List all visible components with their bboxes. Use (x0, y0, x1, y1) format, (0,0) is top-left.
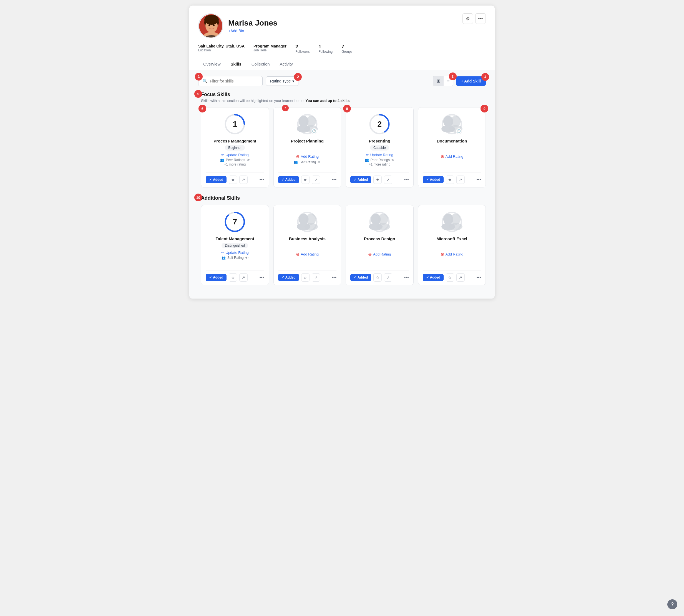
star-button[interactable]: ★ (373, 176, 382, 184)
star-icon: ★ (376, 177, 380, 182)
search-input[interactable] (210, 79, 258, 83)
grid-view-button[interactable]: ⊞ (433, 76, 443, 86)
add-rating-link[interactable]: ⊕ Add Rating (440, 251, 463, 257)
more-button[interactable]: ••• (475, 13, 486, 24)
update-rating-link[interactable]: ✏ Update Rating (221, 250, 249, 255)
followers-meta[interactable]: 2 Followers (295, 44, 310, 53)
share-button[interactable]: ↗ (384, 273, 392, 282)
share-button[interactable]: ↗ (312, 273, 320, 282)
added-button[interactable]: ✓ Added (278, 274, 299, 281)
share-button[interactable]: ↗ (239, 273, 248, 282)
svg-point-38 (449, 223, 462, 230)
star-button[interactable]: ★ (229, 176, 237, 184)
added-button[interactable]: ✓ Added (423, 274, 443, 281)
skill-card-process-design: Process Design ⊕ Add Rating ✓ Added ☆ ↗ … (346, 205, 414, 285)
help-button[interactable]: ? (667, 599, 677, 609)
added-button[interactable]: ✓ Added (423, 176, 443, 183)
following-meta[interactable]: 1 Following (318, 44, 333, 53)
share-button[interactable]: ↗ (456, 273, 465, 282)
update-rating-link[interactable]: ✏ Update Rating (221, 153, 249, 157)
star-icon: ☆ (231, 275, 235, 280)
more-ratings: +1 more rating (369, 162, 390, 167)
skill-card-process-management: 6 1 Process Management Beginner ✏ Update… (201, 107, 269, 188)
update-rating-link[interactable]: ✏ Update Rating (366, 153, 393, 157)
job-role-meta: Program Manager Job Role (253, 44, 287, 52)
badge-7: 7 (282, 105, 289, 111)
skill-circle-pd (368, 211, 391, 233)
skill-circle-me (441, 211, 463, 233)
badge-8: 8 (343, 105, 351, 112)
skill-card-microsoft-excel: Microsoft Excel ⊕ Add Rating ✓ Added ☆ ↗… (418, 205, 486, 285)
self-rating-row: 👥 Self Rating 👁 (294, 160, 321, 164)
gear-icon: ⚙ (466, 16, 470, 21)
added-button[interactable]: ✓ Added (350, 176, 371, 183)
search-box[interactable]: 🔍 (198, 76, 263, 86)
skill-card-talent-management: 7 Talent Management Distinguished ✏ Upda… (201, 205, 269, 285)
rating-type-button[interactable]: Rating Type ▾ (266, 76, 298, 86)
self-rating-row: 👥 Self Rating 👁 (222, 256, 248, 260)
peer-ratings-row: 👥 Peer Ratings 👁 (365, 158, 394, 162)
svg-point-4 (213, 24, 214, 26)
star-button[interactable]: ☆ (301, 273, 310, 282)
star-button[interactable]: ☆ (373, 273, 382, 282)
star-button[interactable]: ★ (446, 176, 454, 184)
more-options-button[interactable]: ••• (404, 177, 409, 182)
no-rating-icon (368, 210, 391, 234)
skill-name: Business Analysis (289, 236, 326, 241)
badge-2: 2 (294, 73, 302, 81)
skill-card-business-analysis: Business Analysis ⊕ Add Rating ✓ Added ☆… (273, 205, 341, 285)
list-icon: ≡ (447, 79, 450, 83)
add-rating-link[interactable]: ⊕ Add Rating (296, 251, 319, 257)
tab-collection[interactable]: Collection (247, 58, 275, 70)
more-ratings: +1 more rating (224, 162, 246, 167)
more-options-button[interactable]: ••• (476, 275, 481, 280)
skill-circle-1: 1 (224, 113, 246, 135)
tab-activity[interactable]: Activity (275, 58, 298, 70)
skill-name: Talent Management (216, 236, 254, 241)
more-options-button[interactable]: ••• (259, 275, 264, 280)
share-button[interactable]: ↗ (456, 176, 465, 184)
share-icon: ↗ (386, 177, 390, 182)
added-button[interactable]: ✓ Added (278, 176, 299, 183)
added-button[interactable]: ✓ Added (206, 274, 227, 281)
tab-skills[interactable]: Skills (226, 58, 247, 70)
question-icon: ? (671, 601, 674, 608)
more-options-button[interactable]: ••• (259, 177, 264, 182)
added-button[interactable]: ✓ Added (350, 274, 371, 281)
tab-overview[interactable]: Overview (198, 58, 226, 70)
add-rating-link[interactable]: ⊕ Add Rating (368, 251, 391, 257)
added-button[interactable]: ✓ Added (206, 176, 227, 183)
view-toggle-wrapper: 3 ⊞ ≡ (433, 76, 453, 86)
share-button[interactable]: ↗ (312, 176, 320, 184)
add-rating-link[interactable]: ⊕ Add Rating (440, 154, 463, 159)
skill-name: Process Management (213, 138, 256, 143)
no-rating-icon (441, 210, 463, 234)
add-bio-link[interactable]: +Add Bio (228, 29, 244, 33)
star-button[interactable]: ★ (301, 176, 310, 184)
skill-level-badge: Capable (370, 145, 389, 151)
share-button[interactable]: ↗ (384, 176, 392, 184)
skill-name: Microsoft Excel (436, 236, 467, 241)
skill-card-presenting: 8 2 Presenting Capable ✏ Update Rating (346, 107, 414, 188)
share-icon: ↗ (314, 275, 318, 280)
star-button[interactable]: ☆ (446, 273, 454, 282)
share-icon: ↗ (386, 275, 390, 280)
share-icon: ↗ (242, 177, 245, 182)
groups-meta[interactable]: 7 Groups (341, 44, 352, 53)
more-options-button[interactable]: ••• (332, 275, 337, 280)
star-button[interactable]: ☆ (229, 273, 237, 282)
more-options-button[interactable]: ••• (332, 177, 337, 182)
svg-point-33 (377, 223, 390, 230)
search-wrapper: 1 🔍 (198, 76, 263, 86)
focus-skills-section: 5 Focus Skills Skills within this sectio… (198, 92, 486, 188)
visibility-icon: 👁 (247, 158, 250, 162)
more-options-button[interactable]: ••• (404, 275, 409, 280)
share-icon: ↗ (242, 275, 245, 280)
add-rating-link[interactable]: 7 ⊕ Add Rating (296, 154, 319, 159)
share-button[interactable]: ↗ (239, 176, 248, 184)
star-icon: ☆ (448, 275, 452, 280)
skill-card-footer: ✓ Added ☆ ↗ ••• (278, 270, 337, 282)
gear-button[interactable]: ⚙ (462, 13, 473, 24)
more-options-button[interactable]: ••• (476, 177, 481, 182)
focus-skills-title: Focus Skills (201, 92, 486, 97)
